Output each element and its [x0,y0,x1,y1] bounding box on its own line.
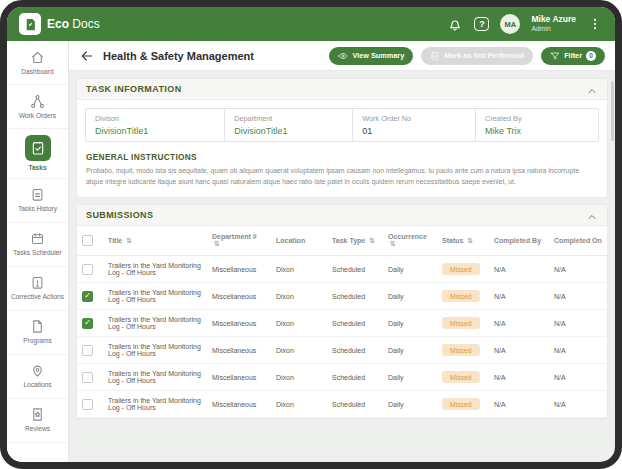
back-arrow-icon[interactable] [79,48,95,64]
sidebar-item-tasks-history[interactable]: Tasks History [7,179,68,223]
sort-icon: ⇅ [467,237,473,244]
column-header-department[interactable]: Department # ⇅ [207,226,271,256]
avatar[interactable]: MA [500,14,520,34]
column-header-completed-on[interactable]: Completed On [549,226,607,256]
document-icon [30,319,45,334]
column-header-task-type[interactable]: Task Type ⇅ [327,226,383,256]
row-checkbox[interactable]: ✓ [82,318,93,329]
status-badge: Missed [442,290,480,302]
page-header: Health & Safety Management View Summary … [69,41,615,71]
brand: Eco Docs [19,13,100,35]
sidebar-item-tasks-scheduler[interactable]: Tasks Scheduler [7,223,68,267]
device-frame: Eco Docs ? MA Mike Azure Admin Dashboard [0,0,622,469]
notifications-bell-icon[interactable] [447,16,463,32]
row-department: Miscellaneous [207,337,271,364]
sidebar-item-reviews[interactable]: Reviews [7,399,68,443]
home-icon [30,50,45,65]
row-checkbox[interactable]: ✓ [82,291,93,302]
row-location: Dixon [271,391,327,418]
status-badge: Missed [442,317,480,329]
submissions-header[interactable]: SUBMISSIONS [77,205,607,226]
sort-icon: ⇅ [390,240,396,247]
row-completed-by: N/A [489,256,549,283]
row-completed-by: N/A [489,337,549,364]
scrollbar[interactable] [611,81,614,141]
column-header-title[interactable]: Title ⇅ [103,226,207,256]
sidebar-item-dashboard[interactable]: Dashboard [7,41,68,85]
row-completed-by: N/A [489,391,549,418]
row-completed-on: N/A [549,283,607,310]
corrective-clipboard-icon [30,275,45,290]
submissions-table-body: ✓ Trailers in the Yard Monitoring Log - … [77,256,607,418]
user-name: Mike Azure [531,15,576,25]
sort-icon: ⇅ [214,240,220,247]
row-checkbox[interactable]: ✓ [82,399,93,410]
row-occurrence: Daily [383,391,437,418]
row-checkbox[interactable]: ✓ [82,372,93,383]
task-information-card: TASK INFORMATION Divison DivisionTitle1 … [77,79,607,197]
row-checkbox[interactable]: ✓ [82,264,93,275]
map-pin-icon [30,363,45,378]
table-row[interactable]: ✓ Trailers in the Yard Monitoring Log - … [77,283,607,310]
row-completed-on: N/A [549,364,607,391]
section-title: TASK INFORMATION [86,84,182,94]
row-completed-on: N/A [549,256,607,283]
row-location: Dixon [271,337,327,364]
row-title: Trailers in the Yard Monitoring Log - Of… [108,343,202,357]
select-all-checkbox[interactable]: ✓ [82,235,93,246]
sidebar-item-work-orders[interactable]: Work Orders [7,85,68,129]
row-location: Dixon [271,283,327,310]
chevron-up-icon[interactable] [586,83,598,95]
table-row[interactable]: ✓ Trailers in the Yard Monitoring Log - … [77,337,607,364]
star-document-icon [30,407,45,422]
row-task-type: Scheduled [327,364,383,391]
view-summary-button[interactable]: View Summary [329,47,413,65]
sidebar-item-locations[interactable]: Locations [7,355,68,399]
row-task-type: Scheduled [327,337,383,364]
user-role: Admin [531,25,576,33]
row-occurrence: Daily [383,256,437,283]
help-icon[interactable]: ? [474,17,489,31]
top-bar: Eco Docs ? MA Mike Azure Admin [7,7,615,41]
row-completed-by: N/A [489,364,549,391]
row-completed-on: N/A [549,310,607,337]
row-title: Trailers in the Yard Monitoring Log - Of… [108,370,202,384]
sidebar-item-programs[interactable]: Programs [7,311,68,355]
table-row[interactable]: ✓ Trailers in the Yard Monitoring Log - … [77,310,607,337]
column-header-location[interactable]: Location [271,226,327,256]
row-title: Trailers in the Yard Monitoring Log - Of… [108,262,202,276]
task-info-box: Divison DivisionTitle1 Department Divisi… [85,108,599,142]
column-header-completed-by[interactable]: Completed By [489,226,549,256]
row-completed-by: N/A [489,283,549,310]
row-title: Trailers in the Yard Monitoring Log - Of… [108,289,202,303]
sidebar: Dashboard Work Orders Tasks Tasks Histor… [7,41,69,462]
row-task-type: Scheduled [327,310,383,337]
sidebar-item-tasks[interactable]: Tasks [7,129,68,179]
chevron-up-icon[interactable] [586,209,598,221]
row-department: Miscellaneous [207,256,271,283]
info-work-order-no: Work Order No 01 [352,109,475,141]
table-row[interactable]: ✓ Trailers in the Yard Monitoring Log - … [77,391,607,418]
row-task-type: Scheduled [327,283,383,310]
sort-icon: ⇅ [369,237,375,244]
general-instructions-title: GENERAL INSTRUCTIONS [86,152,598,162]
page-title: Health & Safety Management [103,50,321,62]
brand-name: Eco Docs [47,17,100,31]
row-checkbox[interactable]: ✓ [82,345,93,356]
row-occurrence: Daily [383,364,437,391]
column-header-occurrence[interactable]: Occurrence ⇅ [383,226,437,256]
kebab-menu-icon[interactable] [587,16,603,32]
row-department: Miscellaneous [207,283,271,310]
table-row[interactable]: ✓ Trailers in the Yard Monitoring Log - … [77,256,607,283]
table-row[interactable]: ✓ Trailers in the Yard Monitoring Log - … [77,364,607,391]
user-info: Mike Azure Admin [531,15,576,33]
task-information-header[interactable]: TASK INFORMATION [77,79,607,100]
mark-not-performed-button[interactable]: Mark as Not Performed [421,47,533,65]
column-header-status[interactable]: Status ⇅ [437,226,489,256]
sidebar-item-corrective-actions[interactable]: Corrective Actions [7,267,68,311]
sort-icon: ⇅ [126,237,132,244]
submissions-card: SUBMISSIONS ✓ Title ⇅ Department [77,205,607,418]
general-instructions-text: Probabo, inquit, modo ista sis aequitate… [86,166,598,187]
status-badge: Missed [442,263,480,275]
filter-button[interactable]: Filter 0 [541,47,605,65]
